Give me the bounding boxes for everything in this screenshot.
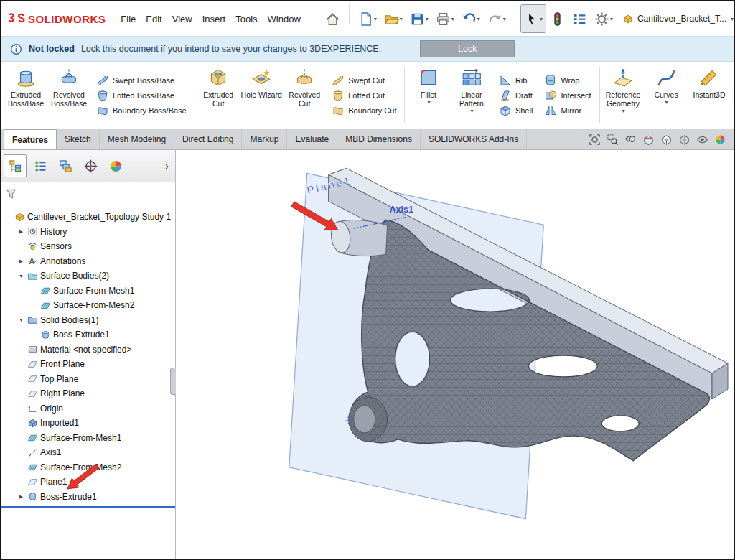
- boundary-cut-button[interactable]: Boundary Cut: [328, 103, 400, 118]
- revolved-cut-button[interactable]: Revolved Cut: [283, 64, 326, 126]
- boss-extrude-cylinder[interactable]: [329, 220, 387, 256]
- dimxpertmanager-tab[interactable]: [79, 154, 102, 177]
- tree-item-history[interactable]: ▶History: [1, 225, 175, 240]
- extruded-cut-button[interactable]: Extruded Cut: [197, 64, 240, 126]
- filter-icon[interactable]: [5, 187, 17, 200]
- tree-item-boss-extrude1[interactable]: ▶Boss-Extrude1: [1, 490, 175, 505]
- previous-view-button[interactable]: [624, 134, 637, 146]
- menu-edit[interactable]: Edit: [141, 10, 167, 28]
- configurationmanager-icon: [58, 159, 73, 174]
- tree-item-axis1[interactable]: Axis1: [1, 445, 175, 460]
- extruded-boss-base-button[interactable]: Extruded Boss/Base: [4, 64, 47, 126]
- reference-geometry-button[interactable]: Reference Geometry▾: [601, 64, 645, 126]
- wrap-button[interactable]: Wrap: [540, 73, 594, 88]
- tab-mbd-dimensions[interactable]: MBD Dimensions: [337, 129, 421, 149]
- curves-button[interactable]: Curves▾: [645, 64, 688, 126]
- hide-show-button[interactable]: [696, 134, 708, 146]
- tree-item-solid-bodies-1[interactable]: ▼Solid Bodies(1): [1, 313, 175, 328]
- tree-item-surface-bodies-2[interactable]: ▼Surface Bodies(2): [1, 269, 175, 284]
- lock-button[interactable]: Lock: [420, 40, 515, 57]
- hole-wizard-button[interactable]: Hole Wizard: [240, 64, 283, 126]
- new-document-button[interactable]: ▾: [355, 4, 380, 33]
- propertymanager-tab[interactable]: [29, 154, 52, 177]
- tree-item-label: Surface Bodies(2): [40, 271, 109, 281]
- tree-item-front-plane[interactable]: Front Plane: [1, 357, 175, 372]
- tab-markup[interactable]: Markup: [242, 129, 287, 149]
- tab-solidworks-add-ins[interactable]: SOLIDWORKS Add-Ins: [421, 129, 527, 149]
- tree-item-surface-from-mesh2[interactable]: Surface-From-Mesh2: [1, 298, 175, 313]
- instant3d-button[interactable]: Instant3D: [688, 64, 731, 126]
- rib-button[interactable]: Rib: [495, 73, 536, 88]
- tab-evaluate[interactable]: Evaluate: [287, 129, 337, 149]
- tab-features[interactable]: Features: [4, 129, 57, 149]
- lofted-boss-base-button[interactable]: Lofted Boss/Base: [93, 88, 190, 103]
- zoom-to-fit-button[interactable]: [589, 134, 601, 146]
- home-button[interactable]: [322, 4, 344, 33]
- extruded-cut-icon: [207, 67, 229, 88]
- swept-boss-base-button[interactable]: Swept Boss/Base: [93, 73, 190, 88]
- tree-item-surface-from-mesh2[interactable]: Surface-From-Mesh2: [1, 460, 175, 475]
- menu-tools[interactable]: Tools: [230, 10, 262, 28]
- extruded-boss-icon: [15, 67, 37, 88]
- tree-item-sensors[interactable]: Sensors: [1, 239, 175, 254]
- mirror-button[interactable]: Mirror: [540, 103, 594, 118]
- expander-expanded-icon[interactable]: ▼: [17, 274, 25, 279]
- zoom-to-area-button[interactable]: [607, 134, 619, 146]
- options-list-button[interactable]: [568, 4, 591, 33]
- tree-item-surface-from-mesh1[interactable]: Surface-From-Mesh1: [1, 284, 175, 299]
- tree-item-annotations[interactable]: ▶AAnnotations: [1, 254, 175, 269]
- lofted-cut-button[interactable]: Lofted Cut: [328, 88, 400, 103]
- tree-item-surface-from-mesh1[interactable]: Surface-From-Mesh1: [1, 431, 175, 446]
- featuremanager-tab[interactable]: [4, 154, 27, 177]
- configurationmanager-tab[interactable]: [54, 154, 77, 177]
- expander-collapsed-icon[interactable]: ▶: [17, 258, 25, 264]
- tree-item-plane1[interactable]: Plane1: [1, 475, 175, 490]
- tree-item-origin[interactable]: Origin: [1, 401, 175, 416]
- tree-item-top-plane[interactable]: Top Plane: [1, 372, 175, 387]
- swept-cut-button[interactable]: Swept Cut: [328, 73, 400, 88]
- open-button[interactable]: ▾: [380, 4, 406, 33]
- linear-pattern-button[interactable]: Linear Pattern▾: [450, 64, 493, 126]
- tree-item-imported1[interactable]: Imported1: [1, 416, 175, 431]
- xpress-products-button[interactable]: [546, 4, 568, 33]
- display-style-button[interactable]: [678, 134, 690, 146]
- print-button[interactable]: ▾: [432, 4, 458, 33]
- tree-item-right-plane[interactable]: Right Plane: [1, 386, 175, 401]
- displaymanager-tab[interactable]: [104, 154, 127, 177]
- menu-view[interactable]: View: [167, 10, 197, 28]
- section-view-button[interactable]: [642, 134, 655, 146]
- tab-sketch[interactable]: Sketch: [57, 129, 100, 149]
- tab-mesh-modeling[interactable]: Mesh Modeling: [100, 129, 174, 149]
- graphics-area[interactable]: Axis1 Plane1: [176, 150, 734, 559]
- notification-title: Not locked: [29, 44, 75, 54]
- expander-expanded-icon[interactable]: ▼: [17, 317, 25, 322]
- fillet-button[interactable]: Fillet▾: [407, 64, 450, 126]
- draft-button[interactable]: Draft: [495, 88, 536, 103]
- menu-window[interactable]: Window: [263, 10, 306, 28]
- undo-button[interactable]: ▾: [458, 4, 484, 33]
- boundary-boss-base-button[interactable]: Boundary Boss/Base: [93, 103, 190, 118]
- view-orientation-button[interactable]: [660, 134, 673, 146]
- select-button[interactable]: ▾: [520, 4, 546, 33]
- revolved-boss-base-button[interactable]: Revolved Boss/Base: [47, 64, 90, 126]
- zoom-to-area-icon: [607, 134, 619, 146]
- menu-file[interactable]: File: [116, 10, 141, 28]
- appearance-button[interactable]: [714, 134, 726, 146]
- tree-item-material-not-specified[interactable]: Material <not specified>: [1, 342, 175, 358]
- settings-button[interactable]: ▾: [591, 4, 617, 33]
- panel-expand-button[interactable]: ›: [161, 160, 173, 172]
- intersect-button[interactable]: Intersect: [540, 88, 594, 103]
- expander-collapsed-icon[interactable]: ▶: [17, 494, 25, 500]
- shell-button[interactable]: Shell: [495, 103, 536, 118]
- tab-direct-editing[interactable]: Direct Editing: [174, 129, 242, 149]
- heads-up-view-toolbar: [589, 129, 734, 149]
- menu-insert[interactable]: Insert: [197, 10, 231, 28]
- save-button[interactable]: ▾: [406, 4, 432, 33]
- tree-item-cantilever-bracket-topology-study-1[interactable]: Cantilever_Bracket_Topology Study 1: [1, 210, 175, 225]
- redo-button[interactable]: ▾: [484, 4, 510, 33]
- document-switcher[interactable]: Cantilever_Bracket_T... ▾: [619, 11, 735, 26]
- tree-item-boss-extrude1[interactable]: Boss-Extrude1: [1, 327, 175, 342]
- rollback-bar[interactable]: [1, 506, 175, 508]
- expander-collapsed-icon[interactable]: ▶: [17, 229, 25, 235]
- panel-splitter-grip[interactable]: [170, 368, 176, 395]
